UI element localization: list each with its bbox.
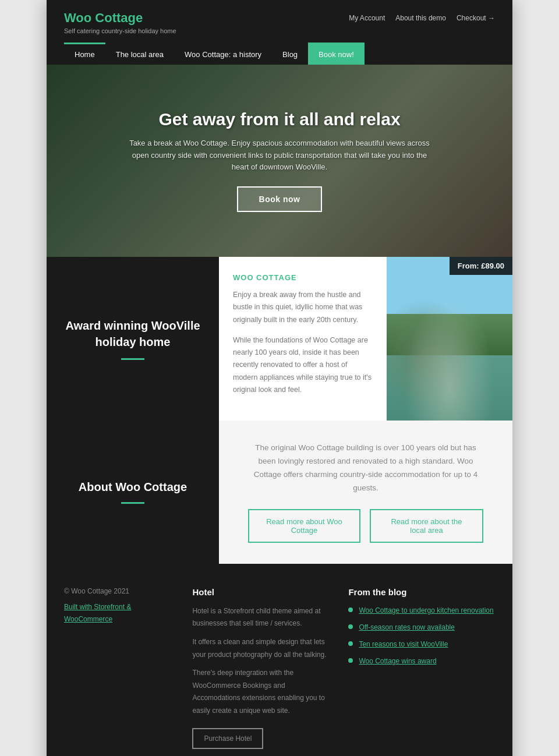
- award-col: Award winning WooVille holiday home: [47, 257, 219, 421]
- header-top: Woo Cottage Self catering country-side h…: [64, 10, 495, 34]
- blog-bullet-icon: [348, 607, 353, 612]
- nav-home[interactable]: Home: [64, 43, 105, 65]
- cottage-info-col: WOO COTTAGE Enjoy a break away from the …: [219, 257, 387, 421]
- site-footer: © Woo Cottage 2021 Built with Storefront…: [47, 564, 512, 756]
- logo-area: Woo Cottage Self catering country-side h…: [64, 10, 176, 34]
- footer-blog-heading: From the blog: [348, 587, 495, 597]
- footer-copyright: © Woo Cottage 2021: [64, 587, 175, 595]
- blog-link-3[interactable]: Ten reasons to visit WooVille: [359, 639, 448, 650]
- blog-bullet-icon: [348, 641, 353, 646]
- blog-item-1: Woo Cottage to undergo kitchen renovatio…: [348, 605, 495, 616]
- read-more-cottage-button[interactable]: Read more about Woo Cottage: [248, 509, 360, 543]
- about-text: The original Woo Cottage building is ove…: [248, 441, 483, 495]
- three-col-section: Award winning WooVille holiday home WOO …: [47, 257, 512, 421]
- cottage-image: [387, 257, 512, 421]
- about-title: About Woo Cottage: [79, 481, 187, 494]
- cottage-para-2: While the foundations of Woo Cottage are…: [233, 334, 373, 396]
- blog-bullet-icon: [348, 658, 353, 663]
- logo-sub: Self catering country-side holiday home: [64, 27, 176, 34]
- blog-link-1[interactable]: Woo Cottage to undergo kitchen renovatio…: [359, 605, 493, 616]
- logo-title: Woo Cottage: [64, 10, 176, 26]
- footer-copyright-col: © Woo Cottage 2021 Built with Storefront…: [64, 587, 175, 749]
- footer-storefront-link[interactable]: Built with Storefront &: [64, 601, 175, 614]
- footer-hotel-para3: There's deep integration with the WooCom…: [192, 667, 331, 717]
- cottage-image-col: From: £89.00: [387, 257, 512, 421]
- about-buttons: Read more about Woo Cottage Read more ab…: [248, 509, 483, 543]
- teal-underline: [121, 358, 144, 360]
- checkout-link[interactable]: Checkout: [457, 14, 495, 22]
- nav-book-now[interactable]: Book now!: [308, 43, 365, 65]
- hero-cta-button[interactable]: Book now: [237, 186, 323, 212]
- site-header: Woo Cottage Self catering country-side h…: [47, 0, 512, 65]
- about-demo-link[interactable]: About this demo: [395, 14, 446, 22]
- footer-hotel-heading: Hotel: [192, 587, 331, 597]
- page-wrapper: Woo Cottage Self catering country-side h…: [47, 0, 512, 756]
- about-section: About Woo Cottage The original Woo Cotta…: [47, 421, 512, 564]
- read-more-local-button[interactable]: Read more about the local area: [370, 509, 483, 543]
- about-left-col: About Woo Cottage: [47, 421, 219, 564]
- footer-hotel-para2: It offers a clean and simple design that…: [192, 636, 331, 661]
- nav-local-area[interactable]: The local area: [105, 43, 174, 65]
- cottage-heading: WOO COTTAGE: [233, 273, 373, 282]
- cottage-para-1: Enjoy a break away from the hustle and b…: [233, 289, 373, 326]
- blog-item-3: Ten reasons to visit WooVille: [348, 639, 495, 650]
- nav-blog[interactable]: Blog: [272, 43, 308, 65]
- hero-content: Get away from it all and relax Take a br…: [47, 65, 512, 257]
- footer-hotel-para1: Hotel is a Storefront child theme aimed …: [192, 605, 331, 630]
- hero-section: Get away from it all and relax Take a br…: [47, 65, 512, 257]
- blog-link-2[interactable]: Off-season rates now available: [359, 622, 455, 633]
- blog-item-2: Off-season rates now available: [348, 622, 495, 633]
- blog-link-4[interactable]: Woo Cottage wins award: [359, 656, 436, 667]
- my-account-link[interactable]: My Account: [349, 14, 385, 22]
- price-badge: From: £89.00: [450, 257, 512, 275]
- hero-description: Take a break at Woo Cottage. Enjoy spaci…: [128, 137, 431, 174]
- footer-woocommerce-link[interactable]: WooCommerce: [64, 613, 175, 626]
- award-title: Award winning WooVille holiday home: [61, 317, 205, 350]
- footer-hotel-col: Hotel Hotel is a Storefront child theme …: [192, 587, 331, 749]
- header-links: My Account About this demo Checkout: [349, 14, 495, 22]
- main-nav: Home The local area Woo Cottage: a histo…: [64, 43, 495, 65]
- blog-item-4: Woo Cottage wins award: [348, 656, 495, 667]
- footer-purchase-button[interactable]: Purchase Hotel: [192, 728, 263, 749]
- about-right-col: The original Woo Cottage building is ove…: [219, 421, 512, 564]
- hero-title: Get away from it all and relax: [158, 109, 400, 129]
- footer-blog-col: From the blog Woo Cottage to undergo kit…: [348, 587, 495, 749]
- blog-bullet-icon: [348, 624, 353, 629]
- about-teal-underline: [121, 502, 144, 504]
- nav-history[interactable]: Woo Cottage: a history: [174, 43, 272, 65]
